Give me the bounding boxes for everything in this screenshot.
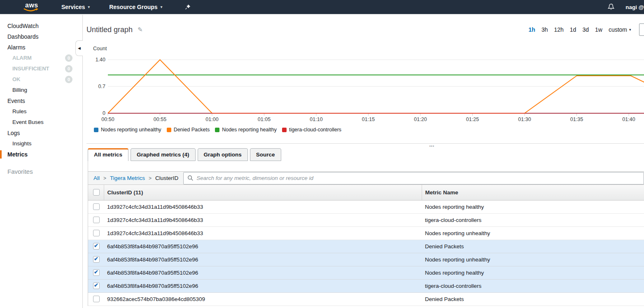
pushpin-icon[interactable] [184,4,191,10]
table-row[interactable]: ✔6af4b853f8fa484b9870a95ff5102e96tigera-… [88,279,644,292]
sidebar-item-label: CloudWatch [7,23,39,29]
sidebar-item-insights[interactable]: Insights [0,138,82,149]
table-row[interactable]: ✔6af4b853f8fa484b9870a95ff5102e96Nodes r… [88,253,644,266]
sidebar-item-label: OK [12,76,21,82]
table-row[interactable]: 932662acec574b07ba0386e4cd805309Denied P… [88,292,644,306]
legend-swatch [215,128,219,132]
table-row[interactable]: ✔6af4b853f8fa484b9870a95ff5102e96Denied … [88,240,644,253]
time-range-3d[interactable]: 3d [582,26,589,33]
custom-range-dropdown[interactable]: custom ▾ [609,26,631,33]
sidebar-item-insufficient[interactable]: INSUFFICIENT0 [0,63,82,74]
row-checkbox-cell: ✔ [88,240,104,253]
time-range-1h[interactable]: 1h [529,26,535,33]
aws-logo[interactable]: aws [23,2,40,12]
search-icon [187,175,194,181]
chevron-down-icon: ▾ [629,28,631,32]
resize-handle-icon[interactable]: ••• [429,144,434,148]
sidebar-item-events[interactable]: Events [0,96,82,106]
sidebar-item-label: Favorites [7,168,33,175]
table-row[interactable]: 1d3927c4cfc34d31a11d9b4508646b33Nodes re… [88,200,644,213]
graph-type-dropdown[interactable]: Line [639,23,644,36]
sidebar-item-rules[interactable]: Rules [0,106,82,117]
svg-text:00:50: 00:50 [101,117,114,122]
cluster-id-cell: 6af4b853f8fa484b9870a95ff5102e96 [104,266,422,279]
breadcrumb-tigera-metrics[interactable]: Tigera Metrics [110,175,145,181]
row-checkbox[interactable]: ✔ [93,282,100,289]
breadcrumb: All>Tigera Metrics>ClusterID [93,175,178,181]
svg-text:01:20: 01:20 [414,117,427,122]
time-range-1d[interactable]: 1d [570,26,576,33]
tab-graph-options[interactable]: Graph options [198,148,248,161]
notifications-bell-icon[interactable] [607,3,615,11]
sidebar-item-label: Metrics [7,151,28,158]
table-header-row: ClusterID (11) Metric Name [88,185,644,200]
sidebar-item-alarms[interactable]: Alarms [0,42,82,53]
metric-search-input[interactable] [196,175,644,181]
cluster-id-cell: 932662acec574b07ba0386e4cd805309 [104,292,422,306]
sidebar-item-dashboards[interactable]: Dashboards [0,31,82,42]
row-checkbox[interactable] [93,217,100,223]
navbar-item-label: Resource Groups [109,4,157,10]
row-checkbox[interactable] [93,203,100,210]
row-checkbox[interactable]: ✔ [93,243,100,250]
table-row[interactable]: ✔6af4b853f8fa484b9870a95ff5102e96Nodes r… [88,266,644,279]
select-all-checkbox[interactable] [93,189,100,196]
sidebar-item-alarm[interactable]: ALARM0 [0,53,82,63]
chevron-down-icon: ▾ [161,5,163,9]
time-range-1w[interactable]: 1w [595,26,602,33]
user-menu[interactable]: nagi @ [625,4,644,10]
row-checkbox[interactable] [93,296,100,302]
row-checkbox[interactable] [93,230,100,236]
row-checkbox-cell [88,226,104,240]
legend-item-denied-packets[interactable]: Denied Packets [167,127,210,133]
sidebar-item-event-buses[interactable]: Event Buses [0,117,82,128]
edit-title-pencil-icon[interactable]: ✎ [138,26,143,33]
tab-graphed-metrics-4[interactable]: Graphed metrics (4) [131,148,196,161]
sidebar-collapse-button[interactable]: ◀ [75,40,83,56]
sidebar-item-ok[interactable]: OK0 [0,74,82,85]
sidebar-item-favorites[interactable]: Favorites [0,166,82,177]
table-row[interactable]: 1d3927c4cfc34d31a11d9b4508646b33Nodes re… [88,226,644,240]
legend-item-nodes-reporting-unhealthy[interactable]: Nodes reporting unhealthy [94,127,161,133]
row-checkbox-cell: ✔ [88,253,104,266]
metric-name-cell: Nodes reporting unhealthy [422,253,644,266]
sidebar-item-billing[interactable]: Billing [0,85,82,96]
row-checkbox[interactable]: ✔ [93,256,100,263]
sidebar-item-label: Billing [12,87,27,93]
count-badge: 0 [65,54,72,62]
legend-item-nodes-reporting-healthy[interactable]: Nodes reporting healthy [215,127,277,133]
row-checkbox-cell [88,292,104,306]
breadcrumb-separator-icon: > [103,175,106,181]
tab-all-metrics[interactable]: All metrics [88,148,128,161]
sidebar-nav: CloudWatchDashboardsAlarmsALARM0INSUFFIC… [0,21,82,177]
metric-name-cell: Denied Packets [422,292,644,306]
legend-item-tigera-cloud-controllers[interactable]: tigera-cloud-controllers [282,127,341,133]
breadcrumb-clusterid: ClusterID [155,175,178,181]
selected-indicator [0,150,2,159]
time-range-12h[interactable]: 12h [554,26,563,33]
tab-source[interactable]: Source [250,148,281,161]
check-icon: ✔ [94,269,98,275]
metrics-chart[interactable]: 00:5000:5501:0001:0501:1001:1501:2001:25… [86,42,644,124]
sidebar-item-label: Dashboards [7,33,39,40]
sidebar-item-label: Logs [7,130,20,136]
breadcrumb-all[interactable]: All [93,175,100,181]
metric-search-box [183,172,644,184]
sidebar-item-logs[interactable]: Logs [0,128,82,138]
svg-text:01:30: 01:30 [518,117,531,122]
top-navbar: aws Services▾Resource Groups▾ nagi @ [0,0,644,14]
column-header-metric-name: Metric Name [422,185,644,200]
time-range-3h[interactable]: 3h [541,26,548,33]
sidebar-item-cloudwatch[interactable]: CloudWatch [0,21,82,31]
svg-text:1.40: 1.40 [96,57,105,63]
check-icon: ✔ [94,256,98,262]
svg-text:Count: Count [93,46,107,51]
table-row[interactable]: 1d3927c4cfc34d31a11d9b4508646b33tigera-c… [88,213,644,226]
metrics-table: ClusterID (11) Metric Name 1d3927c4cfc34… [88,185,644,306]
sidebar-item-label: INSUFFICIENT [12,65,49,72]
row-checkbox[interactable]: ✔ [93,269,100,276]
sidebar-item-metrics[interactable]: Metrics [0,149,82,160]
navbar-item-services[interactable]: Services▾ [61,4,90,10]
navbar-item-resource-groups[interactable]: Resource Groups▾ [109,4,162,10]
sidebar: CloudWatchDashboardsAlarmsALARM0INSUFFIC… [0,15,83,308]
